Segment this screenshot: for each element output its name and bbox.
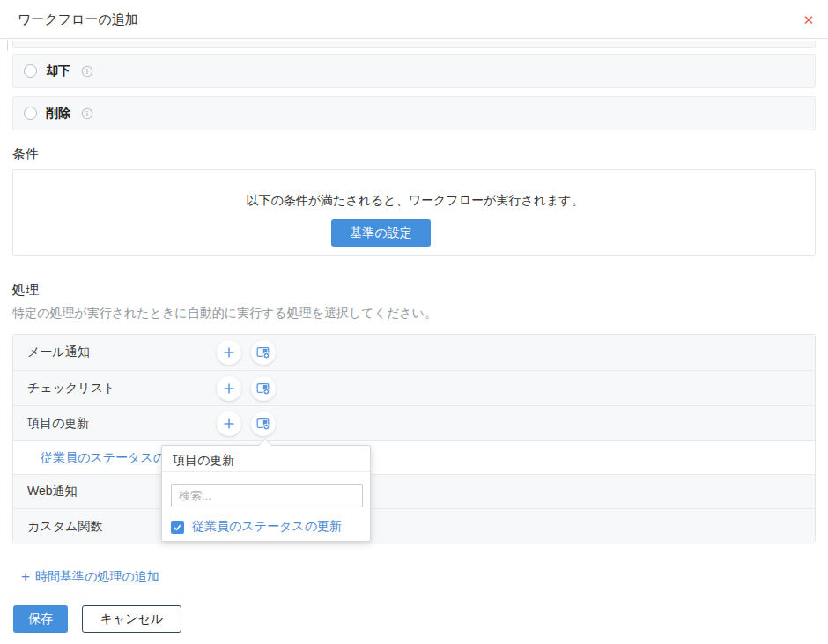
action-label: メール通知 — [27, 344, 90, 360]
add-action-button[interactable] — [217, 411, 241, 436]
condition-box: 以下の条件が満たされると、ワークフローが実行されます。 基準の設定 — [12, 169, 816, 256]
condition-hint: 以下の条件が満たされると、ワークフローが実行されます。 — [13, 193, 817, 209]
choose-existing-action-icon[interactable] — [251, 376, 276, 401]
popup-option[interactable]: 従業員のステータスの更新 — [171, 519, 342, 535]
add-action-button[interactable] — [217, 376, 241, 401]
scrolled-content-edge — [7, 40, 8, 51]
actions-heading: 処理 — [12, 282, 39, 299]
action-row-checklist: チェックリスト — [13, 371, 815, 406]
radio-delete[interactable] — [24, 107, 37, 120]
action-row-custom-function: カスタム関数 — [13, 509, 815, 544]
popup-separator — [162, 471, 370, 472]
set-criteria-button[interactable]: 基準の設定 — [331, 219, 431, 247]
action-row-web-notification: Web通知 — [13, 475, 815, 509]
condition-heading: 条件 — [12, 146, 39, 163]
add-workflow-dialog: ワークフローの追加 ✕ 却下 削除 条件 以下の条件が満たされると、ワークフロー… — [0, 0, 828, 644]
option-label: 削除 — [46, 106, 70, 122]
close-icon[interactable]: ✕ — [799, 11, 818, 30]
dialog-header: ワークフローの追加 ✕ — [0, 0, 828, 39]
partial-option-row — [12, 41, 816, 48]
option-row-delete[interactable]: 削除 — [12, 96, 816, 130]
action-label: 項目の更新 — [27, 416, 89, 432]
option-row-reject[interactable]: 却下 — [12, 54, 816, 88]
choose-existing-action-icon[interactable] — [251, 340, 276, 365]
choose-existing-action-icon[interactable] — [251, 411, 276, 436]
actions-hint: 特定の処理が実行されたときに自動的に実行する処理を選択してください。 — [12, 306, 437, 322]
footer-divider — [0, 596, 828, 596]
actions-table: メール通知 チェックリスト 項目の更新 — [12, 334, 816, 543]
checkbox-checked-icon[interactable] — [171, 521, 184, 534]
radio-reject[interactable] — [24, 64, 37, 78]
action-row-field-update: 項目の更新 — [13, 406, 815, 441]
action-label: Web通知 — [27, 484, 78, 500]
info-icon — [81, 107, 93, 120]
existing-actions-popup: 項目の更新 従業員のステータスの更新 — [161, 445, 371, 542]
action-label: チェックリスト — [27, 381, 115, 396]
popup-option-label: 従業員のステータスの更新 — [192, 519, 342, 535]
plus-icon: + — [21, 569, 30, 585]
cancel-button[interactable]: キャンセル — [82, 605, 181, 633]
option-label: 却下 — [46, 63, 70, 79]
dialog-title: ワークフローの追加 — [18, 11, 138, 28]
search-input[interactable] — [171, 484, 363, 507]
action-label: カスタム関数 — [27, 519, 102, 535]
save-button[interactable]: 保存 — [13, 605, 68, 633]
add-time-label: 時間基準の処理の追加 — [35, 569, 159, 585]
info-icon — [81, 65, 93, 78]
add-action-button[interactable] — [217, 340, 241, 365]
action-row-mail: メール通知 — [13, 335, 815, 371]
selected-action-row: 従業員のステータスの更新 — [13, 441, 815, 475]
add-time-based-action-link[interactable]: + 時間基準の処理の追加 — [21, 569, 159, 585]
popup-title: 項目の更新 — [173, 453, 234, 469]
